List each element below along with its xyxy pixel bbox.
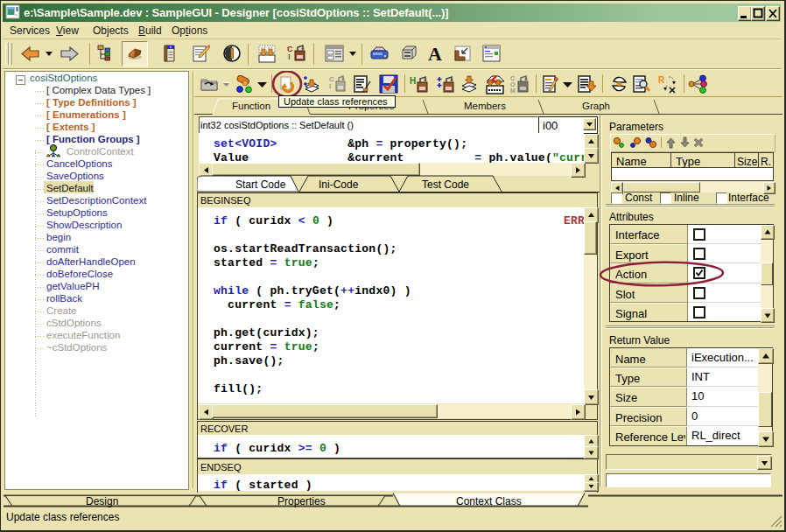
svg-text:C: C (510, 75, 515, 81)
svg-text:I: I (329, 82, 331, 90)
svg-text:R: R (658, 75, 665, 85)
svg-text:A: A (428, 43, 442, 64)
svg-text:H: H (410, 76, 416, 86)
svg-text:I: I (288, 52, 291, 61)
svg-text:M: M (510, 88, 516, 94)
svg-text:O: O (510, 81, 516, 88)
